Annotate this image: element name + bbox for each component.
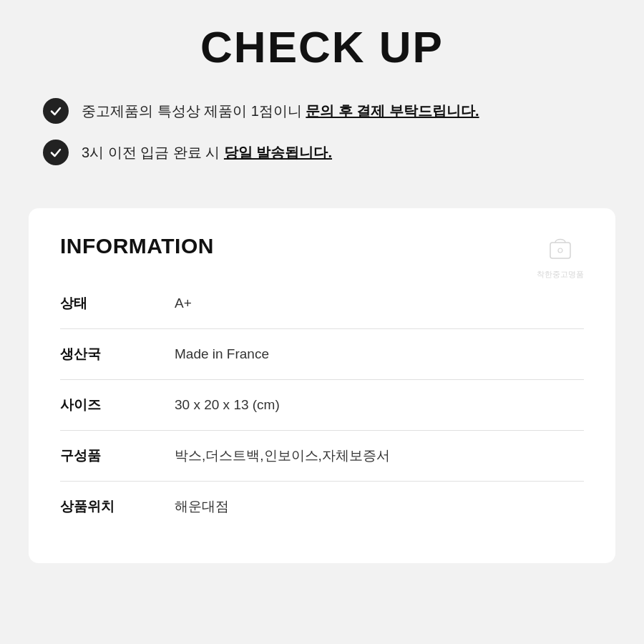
info-title: INFORMATION [60, 234, 584, 258]
value-components: 박스,더스트백,인보이스,자체보증서 [175, 431, 584, 482]
label-status: 상태 [60, 278, 175, 329]
checkup-text-2: 3시 이전 입금 완료 시 당일 발송됩니다. [82, 142, 332, 162]
label-components: 구성품 [60, 431, 175, 482]
table-row-size: 사이즈 30 x 20 x 13 (cm) [60, 380, 584, 431]
value-origin: Made in France [175, 329, 584, 380]
checkup-bold-2: 당일 발송됩니다. [224, 145, 332, 160]
page-title: CHECK UP [36, 21, 608, 72]
checkup-text-1: 중고제품의 특성상 제품이 1점이니 문의 후 결제 부탁드립니다. [82, 101, 479, 121]
label-origin: 생산국 [60, 329, 175, 380]
svg-point-1 [558, 248, 562, 253]
watermark-icon [545, 231, 576, 268]
table-row-origin: 생산국 Made in France [60, 329, 584, 380]
checkup-bold-1: 문의 후 결제 부탁드립니다. [306, 103, 479, 119]
watermark-text: 착한중고명품 [537, 269, 584, 279]
label-location: 상품위치 [60, 482, 175, 532]
watermark: 착한중고명품 [537, 231, 584, 279]
table-row-components: 구성품 박스,더스트백,인보이스,자체보증서 [60, 431, 584, 482]
info-table: 상태 A+ 생산국 Made in France 사이즈 30 x 20 x 1… [60, 278, 584, 532]
checkup-item-1: 중고제품의 특성상 제품이 1점이니 문의 후 결제 부탁드립니다. [43, 98, 608, 124]
checkup-item-2: 3시 이전 입금 완료 시 당일 발송됩니다. [43, 140, 608, 165]
table-row-status: 상태 A+ [60, 278, 584, 329]
svg-rect-0 [550, 243, 570, 258]
top-section: CHECK UP 중고제품의 특성상 제품이 1점이니 문의 후 결제 부탁드립… [0, 0, 644, 194]
info-card: INFORMATION 착한중고명품 상태 A+ [29, 208, 615, 563]
check-icon-2 [43, 140, 69, 165]
value-status: A+ [175, 278, 584, 329]
bottom-section: INFORMATION 착한중고명품 상태 A+ [0, 194, 644, 592]
checkup-items: 중고제품의 특성상 제품이 1점이니 문의 후 결제 부탁드립니다. 3시 이전… [36, 98, 608, 165]
value-location: 해운대점 [175, 482, 584, 532]
value-size: 30 x 20 x 13 (cm) [175, 380, 584, 431]
check-icon-1 [43, 98, 69, 124]
table-row-location: 상품위치 해운대점 [60, 482, 584, 532]
label-size: 사이즈 [60, 380, 175, 431]
